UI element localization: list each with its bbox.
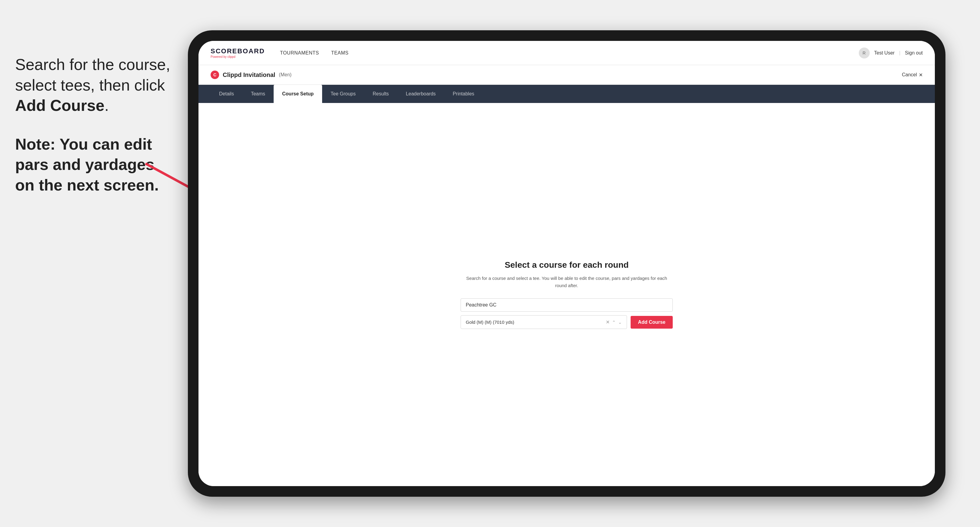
cancel-button[interactable]: Cancel ✕ — [902, 72, 923, 78]
header-nav: TOURNAMENTS TEAMS — [280, 50, 348, 56]
pipe: | — [899, 50, 900, 56]
tournament-icon: C — [211, 71, 219, 79]
tab-details[interactable]: Details — [211, 85, 242, 103]
tournament-name: Clippd Invitational — [223, 71, 275, 78]
user-avatar: R — [859, 48, 870, 59]
tab-results[interactable]: Results — [364, 85, 397, 103]
logo-sub: Powered by clippd — [211, 55, 265, 59]
course-search-input[interactable] — [461, 298, 673, 312]
tab-printables[interactable]: Printables — [444, 85, 483, 103]
tournament-title-area: C Clippd Invitational (Men) — [211, 71, 291, 79]
annotation-text: Search for the course, select tees, then… — [15, 54, 173, 116]
annotation-bold: Add Course — [15, 97, 105, 114]
header-right: R Test User | Sign out — [859, 48, 923, 59]
nav-teams[interactable]: TEAMS — [331, 50, 349, 56]
tee-chevron-down-icon: ⌄ — [618, 320, 622, 325]
cancel-icon: ✕ — [919, 72, 923, 78]
sign-out-link[interactable]: Sign out — [905, 50, 923, 56]
tournament-gender: (Men) — [279, 72, 291, 78]
main-content: Select a course for each round Search fo… — [199, 103, 935, 486]
course-setup-card: Select a course for each round Search fo… — [461, 260, 673, 329]
annotation-note: Note: You can edit pars and yardages on … — [15, 134, 173, 196]
tee-chevron-icon: ⌃ — [612, 320, 616, 325]
course-setup-description: Search for a course and select a tee. Yo… — [461, 275, 673, 289]
logo-brand: SCOREBOARD — [211, 47, 265, 55]
user-name: Test User — [874, 50, 895, 56]
annotation-area: Search for the course, select tees, then… — [0, 43, 188, 208]
tab-tee-groups[interactable]: Tee Groups — [322, 85, 364, 103]
tee-select[interactable]: Gold (M) (M) (7010 yds) ✕ ⌃ ⌄ — [461, 315, 627, 329]
tournament-header: C Clippd Invitational (Men) Cancel ✕ — [199, 65, 935, 85]
tee-select-row: Gold (M) (M) (7010 yds) ✕ ⌃ ⌄ Add Course — [461, 315, 673, 329]
tab-teams[interactable]: Teams — [242, 85, 274, 103]
tee-select-controls: ✕ ⌃ ⌄ — [606, 319, 622, 325]
tab-nav: Details Teams Course Setup Tee Groups Re… — [199, 85, 935, 103]
tee-select-value: Gold (M) (M) (7010 yds) — [466, 319, 514, 325]
nav-tournaments[interactable]: TOURNAMENTS — [280, 50, 319, 56]
app-header: SCOREBOARD Powered by clippd TOURNAMENTS… — [199, 41, 935, 65]
tab-course-setup[interactable]: Course Setup — [274, 85, 322, 103]
course-setup-title: Select a course for each round — [461, 260, 673, 270]
tee-clear-icon[interactable]: ✕ — [606, 319, 610, 325]
tablet-screen: SCOREBOARD Powered by clippd TOURNAMENTS… — [199, 41, 935, 486]
logo-area: SCOREBOARD Powered by clippd — [211, 47, 265, 59]
tab-leaderboards[interactable]: Leaderboards — [397, 85, 444, 103]
add-course-button[interactable]: Add Course — [631, 316, 673, 329]
cancel-label: Cancel — [902, 72, 917, 78]
header-left: SCOREBOARD Powered by clippd TOURNAMENTS… — [211, 47, 348, 59]
tablet-device: SCOREBOARD Powered by clippd TOURNAMENTS… — [188, 30, 945, 497]
